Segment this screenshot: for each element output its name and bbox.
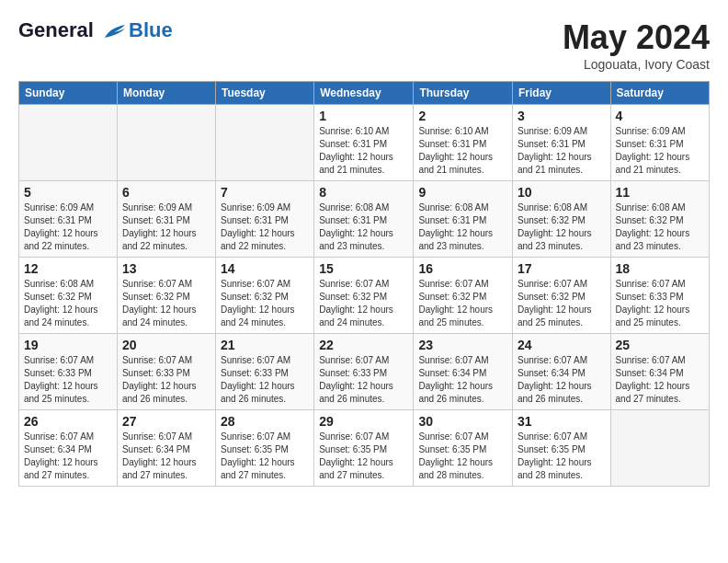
weekday-header-wednesday: Wednesday xyxy=(314,82,414,105)
day-info: Sunrise: 6:07 AM Sunset: 6:32 PM Dayligh… xyxy=(221,278,309,329)
day-number: 23 xyxy=(418,338,507,352)
day-info: Sunrise: 6:07 AM Sunset: 6:35 PM Dayligh… xyxy=(518,431,606,482)
day-info: Sunrise: 6:07 AM Sunset: 6:34 PM Dayligh… xyxy=(24,431,112,482)
calendar-week-row: 12Sunrise: 6:08 AM Sunset: 6:32 PM Dayli… xyxy=(19,258,710,334)
calendar-cell: 5Sunrise: 6:09 AM Sunset: 6:31 PM Daylig… xyxy=(19,181,118,258)
calendar-header-row: SundayMondayTuesdayWednesdayThursdayFrid… xyxy=(19,82,710,105)
day-number: 24 xyxy=(518,338,606,352)
day-number: 20 xyxy=(122,338,210,352)
day-number: 11 xyxy=(616,185,704,200)
weekday-header-monday: Monday xyxy=(117,82,215,105)
calendar-cell: 16Sunrise: 6:07 AM Sunset: 6:32 PM Dayli… xyxy=(414,258,513,334)
day-info: Sunrise: 6:07 AM Sunset: 6:33 PM Dayligh… xyxy=(616,278,704,329)
day-number: 29 xyxy=(319,414,408,429)
day-number: 22 xyxy=(319,338,408,352)
day-number: 6 xyxy=(122,185,210,200)
calendar-cell: 27Sunrise: 6:07 AM Sunset: 6:34 PM Dayli… xyxy=(117,410,215,487)
calendar-cell: 14Sunrise: 6:07 AM Sunset: 6:32 PM Dayli… xyxy=(215,258,313,334)
location: Logouata, Ivory Coast xyxy=(563,57,710,72)
weekday-header-tuesday: Tuesday xyxy=(215,82,313,105)
day-number: 1 xyxy=(319,109,408,123)
day-info: Sunrise: 6:07 AM Sunset: 6:33 PM Dayligh… xyxy=(122,354,210,406)
day-info: Sunrise: 6:08 AM Sunset: 6:31 PM Dayligh… xyxy=(319,201,408,253)
day-number: 30 xyxy=(418,414,507,429)
day-info: Sunrise: 6:07 AM Sunset: 6:35 PM Dayligh… xyxy=(418,431,507,482)
day-number: 21 xyxy=(221,338,309,352)
calendar-cell: 3Sunrise: 6:09 AM Sunset: 6:31 PM Daylig… xyxy=(512,105,610,181)
calendar-cell: 17Sunrise: 6:07 AM Sunset: 6:32 PM Dayli… xyxy=(512,258,610,334)
day-number: 10 xyxy=(518,185,606,200)
logo-bird-icon xyxy=(101,21,127,41)
calendar-cell: 22Sunrise: 6:07 AM Sunset: 6:33 PM Dayli… xyxy=(314,334,414,410)
day-info: Sunrise: 6:09 AM Sunset: 6:31 PM Dayligh… xyxy=(616,125,704,177)
day-info: Sunrise: 6:08 AM Sunset: 6:31 PM Dayligh… xyxy=(418,201,507,253)
day-info: Sunrise: 6:07 AM Sunset: 6:33 PM Dayligh… xyxy=(319,354,408,406)
day-info: Sunrise: 6:09 AM Sunset: 6:31 PM Dayligh… xyxy=(221,201,309,253)
calendar-body: 1Sunrise: 6:10 AM Sunset: 6:31 PM Daylig… xyxy=(19,105,710,487)
calendar-cell: 24Sunrise: 6:07 AM Sunset: 6:34 PM Dayli… xyxy=(512,334,610,410)
day-number: 4 xyxy=(616,109,704,123)
day-number: 13 xyxy=(122,261,210,276)
day-number: 25 xyxy=(616,338,704,352)
calendar-cell: 20Sunrise: 6:07 AM Sunset: 6:33 PM Dayli… xyxy=(117,334,215,410)
day-number: 19 xyxy=(24,338,112,352)
calendar-cell: 1Sunrise: 6:10 AM Sunset: 6:31 PM Daylig… xyxy=(314,105,414,181)
day-info: Sunrise: 6:07 AM Sunset: 6:34 PM Dayligh… xyxy=(616,354,704,406)
calendar-cell: 15Sunrise: 6:07 AM Sunset: 6:32 PM Dayli… xyxy=(314,258,414,334)
calendar-cell: 2Sunrise: 6:10 AM Sunset: 6:31 PM Daylig… xyxy=(414,105,513,181)
calendar-cell: 6Sunrise: 6:09 AM Sunset: 6:31 PM Daylig… xyxy=(117,181,215,258)
day-info: Sunrise: 6:07 AM Sunset: 6:34 PM Dayligh… xyxy=(122,431,210,482)
calendar-cell: 13Sunrise: 6:07 AM Sunset: 6:32 PM Dayli… xyxy=(117,258,215,334)
page-header: General Blue May 2024 Logouata, Ivory Co… xyxy=(18,18,710,72)
calendar-cell: 25Sunrise: 6:07 AM Sunset: 6:34 PM Dayli… xyxy=(610,334,709,410)
calendar-cell: 23Sunrise: 6:07 AM Sunset: 6:34 PM Dayli… xyxy=(414,334,513,410)
calendar-week-row: 19Sunrise: 6:07 AM Sunset: 6:33 PM Dayli… xyxy=(19,334,710,410)
day-number: 8 xyxy=(319,185,408,200)
day-info: Sunrise: 6:09 AM Sunset: 6:31 PM Dayligh… xyxy=(24,201,112,253)
day-info: Sunrise: 6:07 AM Sunset: 6:34 PM Dayligh… xyxy=(418,354,507,406)
calendar-cell: 12Sunrise: 6:08 AM Sunset: 6:32 PM Dayli… xyxy=(19,258,118,334)
calendar-cell: 7Sunrise: 6:09 AM Sunset: 6:31 PM Daylig… xyxy=(215,181,313,258)
day-info: Sunrise: 6:10 AM Sunset: 6:31 PM Dayligh… xyxy=(319,125,408,177)
day-info: Sunrise: 6:07 AM Sunset: 6:35 PM Dayligh… xyxy=(319,431,408,482)
day-number: 15 xyxy=(319,261,408,276)
calendar-cell: 10Sunrise: 6:08 AM Sunset: 6:32 PM Dayli… xyxy=(512,181,610,258)
day-info: Sunrise: 6:07 AM Sunset: 6:32 PM Dayligh… xyxy=(518,278,606,329)
day-info: Sunrise: 6:09 AM Sunset: 6:31 PM Dayligh… xyxy=(122,201,210,253)
day-number: 7 xyxy=(221,185,309,200)
calendar-cell: 28Sunrise: 6:07 AM Sunset: 6:35 PM Dayli… xyxy=(215,410,313,487)
logo: General Blue xyxy=(18,18,173,42)
logo-blue: Blue xyxy=(129,18,173,42)
day-number: 26 xyxy=(24,414,112,429)
day-info: Sunrise: 6:08 AM Sunset: 6:32 PM Dayligh… xyxy=(24,278,112,329)
day-info: Sunrise: 6:08 AM Sunset: 6:32 PM Dayligh… xyxy=(518,201,606,253)
logo-general: General xyxy=(18,18,94,41)
day-number: 17 xyxy=(518,261,606,276)
day-number: 16 xyxy=(418,261,507,276)
weekday-header-friday: Friday xyxy=(512,82,610,105)
day-number: 14 xyxy=(221,261,309,276)
calendar-cell: 8Sunrise: 6:08 AM Sunset: 6:31 PM Daylig… xyxy=(314,181,414,258)
day-number: 31 xyxy=(518,414,606,429)
month-title: May 2024 xyxy=(563,18,710,57)
calendar-table: SundayMondayTuesdayWednesdayThursdayFrid… xyxy=(18,81,710,487)
weekday-header-saturday: Saturday xyxy=(610,82,709,105)
weekday-header-thursday: Thursday xyxy=(414,82,513,105)
title-block: May 2024 Logouata, Ivory Coast xyxy=(563,18,710,72)
calendar-cell: 31Sunrise: 6:07 AM Sunset: 6:35 PM Dayli… xyxy=(512,410,610,487)
calendar-cell: 18Sunrise: 6:07 AM Sunset: 6:33 PM Dayli… xyxy=(610,258,709,334)
day-number: 12 xyxy=(24,261,112,276)
day-info: Sunrise: 6:07 AM Sunset: 6:32 PM Dayligh… xyxy=(319,278,408,329)
day-info: Sunrise: 6:07 AM Sunset: 6:35 PM Dayligh… xyxy=(221,431,309,482)
day-info: Sunrise: 6:08 AM Sunset: 6:32 PM Dayligh… xyxy=(616,201,704,253)
calendar-cell xyxy=(117,105,215,181)
day-number: 28 xyxy=(221,414,309,429)
calendar-week-row: 1Sunrise: 6:10 AM Sunset: 6:31 PM Daylig… xyxy=(19,105,710,181)
day-info: Sunrise: 6:07 AM Sunset: 6:34 PM Dayligh… xyxy=(518,354,606,406)
calendar-cell xyxy=(215,105,313,181)
calendar-cell: 30Sunrise: 6:07 AM Sunset: 6:35 PM Dayli… xyxy=(414,410,513,487)
day-number: 3 xyxy=(518,109,606,123)
calendar-cell: 29Sunrise: 6:07 AM Sunset: 6:35 PM Dayli… xyxy=(314,410,414,487)
calendar-cell: 4Sunrise: 6:09 AM Sunset: 6:31 PM Daylig… xyxy=(610,105,709,181)
calendar-cell: 26Sunrise: 6:07 AM Sunset: 6:34 PM Dayli… xyxy=(19,410,118,487)
